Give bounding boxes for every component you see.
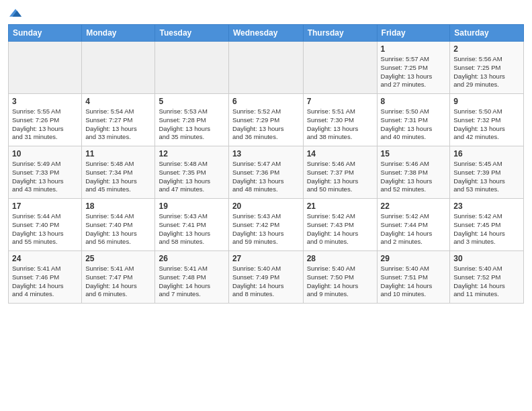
calendar-cell: 5Sunrise: 5:53 AM Sunset: 7:28 PM Daylig…	[155, 94, 228, 146]
calendar-cell: 15Sunrise: 5:46 AM Sunset: 7:38 PM Dayli…	[377, 146, 450, 199]
calendar-cell: 6Sunrise: 5:52 AM Sunset: 7:29 PM Daylig…	[228, 94, 303, 146]
day-info: Sunrise: 5:46 AM Sunset: 7:38 PM Dayligh…	[381, 160, 447, 194]
day-info: Sunrise: 5:41 AM Sunset: 7:47 PM Dayligh…	[85, 265, 151, 299]
day-info: Sunrise: 5:41 AM Sunset: 7:48 PM Dayligh…	[159, 265, 224, 299]
calendar-header-tuesday: Tuesday	[155, 25, 228, 42]
calendar-cell: 4Sunrise: 5:54 AM Sunset: 7:27 PM Daylig…	[82, 94, 155, 146]
calendar-cell: 9Sunrise: 5:50 AM Sunset: 7:32 PM Daylig…	[450, 94, 524, 146]
day-info: Sunrise: 5:53 AM Sunset: 7:28 PM Dayligh…	[159, 107, 224, 142]
day-info: Sunrise: 5:40 AM Sunset: 7:50 PM Dayligh…	[307, 265, 373, 299]
calendar-cell: 8Sunrise: 5:50 AM Sunset: 7:31 PM Daylig…	[377, 94, 450, 146]
day-info: Sunrise: 5:42 AM Sunset: 7:43 PM Dayligh…	[307, 212, 373, 246]
day-number: 10	[12, 149, 78, 158]
calendar-cell: 21Sunrise: 5:42 AM Sunset: 7:43 PM Dayli…	[303, 199, 377, 251]
calendar-week-row: 24Sunrise: 5:41 AM Sunset: 7:46 PM Dayli…	[9, 251, 524, 304]
calendar-week-row: 1Sunrise: 5:57 AM Sunset: 7:25 PM Daylig…	[9, 42, 524, 94]
day-info: Sunrise: 5:54 AM Sunset: 7:27 PM Dayligh…	[85, 107, 151, 142]
day-number: 1	[381, 44, 447, 54]
day-number: 29	[381, 254, 447, 263]
calendar-cell: 17Sunrise: 5:44 AM Sunset: 7:40 PM Dayli…	[9, 199, 82, 251]
day-number: 5	[159, 97, 224, 106]
day-number: 9	[453, 97, 520, 106]
calendar-cell: 3Sunrise: 5:55 AM Sunset: 7:26 PM Daylig…	[9, 94, 82, 146]
calendar-cell: 28Sunrise: 5:40 AM Sunset: 7:50 PM Dayli…	[303, 251, 377, 304]
calendar-cell: 23Sunrise: 5:42 AM Sunset: 7:45 PM Dayli…	[450, 199, 524, 251]
day-number: 25	[85, 254, 151, 263]
day-info: Sunrise: 5:50 AM Sunset: 7:32 PM Dayligh…	[453, 107, 520, 142]
logo	[8, 7, 23, 19]
calendar-week-row: 3Sunrise: 5:55 AM Sunset: 7:26 PM Daylig…	[9, 94, 524, 146]
day-number: 6	[232, 97, 300, 106]
day-info: Sunrise: 5:55 AM Sunset: 7:26 PM Dayligh…	[12, 107, 78, 142]
calendar-cell: 11Sunrise: 5:48 AM Sunset: 7:34 PM Dayli…	[82, 146, 155, 199]
day-number: 27	[232, 254, 300, 263]
day-number: 2	[453, 44, 520, 54]
day-number: 26	[159, 254, 224, 263]
day-number: 15	[381, 149, 447, 158]
day-number: 30	[453, 254, 520, 263]
day-info: Sunrise: 5:43 AM Sunset: 7:41 PM Dayligh…	[159, 212, 224, 246]
calendar-week-row: 10Sunrise: 5:49 AM Sunset: 7:33 PM Dayli…	[9, 146, 524, 199]
day-number: 20	[232, 201, 300, 211]
day-number: 14	[307, 149, 373, 158]
day-info: Sunrise: 5:52 AM Sunset: 7:29 PM Dayligh…	[232, 107, 300, 142]
calendar-cell: 22Sunrise: 5:42 AM Sunset: 7:44 PM Dayli…	[377, 199, 450, 251]
calendar-cell: 7Sunrise: 5:51 AM Sunset: 7:30 PM Daylig…	[303, 94, 377, 146]
calendar-header-monday: Monday	[82, 25, 155, 42]
calendar-cell: 26Sunrise: 5:41 AM Sunset: 7:48 PM Dayli…	[155, 251, 228, 304]
calendar-cell: 25Sunrise: 5:41 AM Sunset: 7:47 PM Dayli…	[82, 251, 155, 304]
calendar-table: SundayMondayTuesdayWednesdayThursdayFrid…	[8, 24, 524, 304]
day-info: Sunrise: 5:42 AM Sunset: 7:45 PM Dayligh…	[453, 212, 520, 246]
day-number: 23	[453, 201, 520, 211]
day-info: Sunrise: 5:48 AM Sunset: 7:34 PM Dayligh…	[85, 160, 151, 194]
calendar-cell: 27Sunrise: 5:40 AM Sunset: 7:49 PM Dayli…	[228, 251, 303, 304]
day-number: 11	[85, 149, 151, 158]
day-number: 3	[12, 97, 78, 106]
day-number: 4	[85, 97, 151, 106]
calendar-cell: 12Sunrise: 5:48 AM Sunset: 7:35 PM Dayli…	[155, 146, 228, 199]
calendar-cell	[303, 42, 377, 94]
calendar-cell: 16Sunrise: 5:45 AM Sunset: 7:39 PM Dayli…	[450, 146, 524, 199]
calendar-cell: 30Sunrise: 5:40 AM Sunset: 7:52 PM Dayli…	[450, 251, 524, 304]
calendar-header-sunday: Sunday	[9, 25, 82, 42]
calendar-cell: 2Sunrise: 5:56 AM Sunset: 7:25 PM Daylig…	[450, 42, 524, 94]
calendar-cell: 10Sunrise: 5:49 AM Sunset: 7:33 PM Dayli…	[9, 146, 82, 199]
calendar-header-saturday: Saturday	[450, 25, 524, 42]
day-info: Sunrise: 5:56 AM Sunset: 7:25 PM Dayligh…	[453, 55, 520, 89]
day-info: Sunrise: 5:57 AM Sunset: 7:25 PM Dayligh…	[381, 55, 447, 89]
calendar-cell: 24Sunrise: 5:41 AM Sunset: 7:46 PM Dayli…	[9, 251, 82, 304]
calendar-header-friday: Friday	[377, 25, 450, 42]
day-number: 19	[159, 201, 224, 211]
day-number: 21	[307, 201, 373, 211]
logo-icon	[9, 7, 21, 19]
calendar-cell: 29Sunrise: 5:40 AM Sunset: 7:51 PM Dayli…	[377, 251, 450, 304]
day-info: Sunrise: 5:46 AM Sunset: 7:37 PM Dayligh…	[307, 160, 373, 194]
day-number: 12	[159, 149, 224, 158]
day-info: Sunrise: 5:45 AM Sunset: 7:39 PM Dayligh…	[453, 160, 520, 194]
day-number: 22	[381, 201, 447, 211]
day-info: Sunrise: 5:41 AM Sunset: 7:46 PM Dayligh…	[12, 265, 78, 299]
day-info: Sunrise: 5:40 AM Sunset: 7:52 PM Dayligh…	[453, 265, 520, 299]
day-info: Sunrise: 5:40 AM Sunset: 7:49 PM Dayligh…	[232, 265, 300, 299]
day-number: 16	[453, 149, 520, 158]
calendar-cell: 14Sunrise: 5:46 AM Sunset: 7:37 PM Dayli…	[303, 146, 377, 199]
calendar-cell: 19Sunrise: 5:43 AM Sunset: 7:41 PM Dayli…	[155, 199, 228, 251]
calendar-header-thursday: Thursday	[303, 25, 377, 42]
day-info: Sunrise: 5:48 AM Sunset: 7:35 PM Dayligh…	[159, 160, 224, 194]
calendar-cell	[155, 42, 228, 94]
day-info: Sunrise: 5:43 AM Sunset: 7:42 PM Dayligh…	[232, 212, 300, 246]
day-info: Sunrise: 5:47 AM Sunset: 7:36 PM Dayligh…	[232, 160, 300, 194]
day-number: 17	[12, 201, 78, 211]
day-info: Sunrise: 5:49 AM Sunset: 7:33 PM Dayligh…	[12, 160, 78, 194]
day-info: Sunrise: 5:50 AM Sunset: 7:31 PM Dayligh…	[381, 107, 447, 142]
calendar-header-wednesday: Wednesday	[228, 25, 303, 42]
calendar-cell: 1Sunrise: 5:57 AM Sunset: 7:25 PM Daylig…	[377, 42, 450, 94]
calendar-cell	[9, 42, 82, 94]
calendar-cell: 13Sunrise: 5:47 AM Sunset: 7:36 PM Dayli…	[228, 146, 303, 199]
day-number: 18	[85, 201, 151, 211]
page-header	[8, 7, 524, 19]
day-number: 28	[307, 254, 373, 263]
calendar-cell: 18Sunrise: 5:44 AM Sunset: 7:40 PM Dayli…	[82, 199, 155, 251]
day-number: 7	[307, 97, 373, 106]
day-number: 24	[12, 254, 78, 263]
